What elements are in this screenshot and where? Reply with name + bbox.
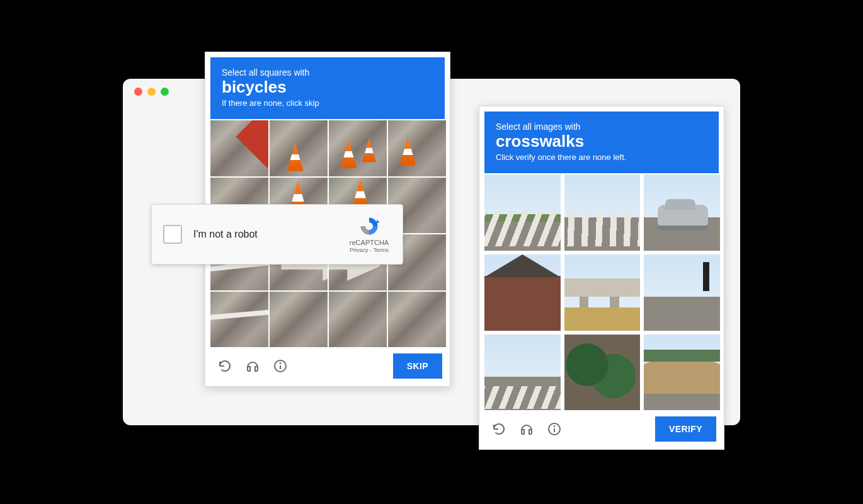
grid-tile[interactable] <box>210 120 268 176</box>
grid-tile[interactable] <box>388 292 446 348</box>
grid-tile[interactable] <box>564 335 641 411</box>
info-icon[interactable] <box>546 421 563 437</box>
recaptcha-label: I'm not a robot <box>193 229 333 240</box>
grid-tile[interactable] <box>484 175 561 251</box>
grid-tile[interactable] <box>270 120 328 176</box>
audio-icon[interactable] <box>518 421 535 437</box>
challenge-footer: VERIFY <box>484 410 719 444</box>
challenge-instruction-line2: If there are none, click skip <box>222 98 433 108</box>
grid-tile[interactable] <box>329 120 387 176</box>
challenge-footer: SKIP <box>210 347 445 381</box>
challenge-target-word: crosswalks <box>496 132 707 151</box>
grid-tile[interactable] <box>644 175 720 251</box>
recaptcha-anchor: I'm not a robot reCAPTCHA Privacy - Term… <box>151 204 403 265</box>
info-icon[interactable] <box>272 358 289 374</box>
window-minimize-button[interactable] <box>147 88 156 96</box>
grid-tile[interactable] <box>484 255 561 331</box>
grid-tile[interactable] <box>644 335 720 411</box>
reload-icon[interactable] <box>491 421 507 437</box>
svg-point-2 <box>280 363 281 364</box>
grid-tile[interactable] <box>388 120 446 176</box>
audio-icon[interactable] <box>244 358 261 374</box>
captcha-challenge-right: Select all images with crosswalks Click … <box>479 106 724 450</box>
challenge-instruction-line1: Select all images with <box>496 122 707 132</box>
grid-tile[interactable] <box>210 292 268 348</box>
challenge-image-grid <box>484 175 720 410</box>
recaptcha-checkbox[interactable] <box>163 225 182 244</box>
challenge-instruction-line2: Click verify once there are none left. <box>496 152 707 162</box>
recaptcha-brand-name: reCAPTCHA <box>345 239 394 248</box>
grid-tile[interactable] <box>484 335 561 411</box>
recaptcha-branding: reCAPTCHA Privacy - Terms <box>345 215 394 255</box>
challenge-instruction-line1: Select all squares with <box>222 67 433 77</box>
grid-tile[interactable] <box>644 255 720 331</box>
recaptcha-legal-links: Privacy - Terms <box>345 247 394 254</box>
challenge-header: Select all squares with bicycles If ther… <box>210 57 445 119</box>
recaptcha-logo-icon <box>358 215 380 238</box>
grid-tile[interactable] <box>270 292 328 348</box>
grid-tile[interactable] <box>329 292 387 348</box>
grid-tile[interactable] <box>564 255 641 331</box>
challenge-target-word: bicycles <box>222 77 433 97</box>
window-close-button[interactable] <box>134 88 142 96</box>
svg-marker-6 <box>377 219 380 223</box>
window-zoom-button[interactable] <box>161 88 169 96</box>
svg-point-5 <box>554 426 555 427</box>
challenge-header: Select all images with crosswalks Click … <box>484 112 719 173</box>
skip-button[interactable]: SKIP <box>393 353 442 379</box>
verify-button[interactable]: VERIFY <box>655 416 716 442</box>
privacy-link[interactable]: Privacy <box>350 247 369 253</box>
reload-icon[interactable] <box>217 358 233 374</box>
terms-link[interactable]: Terms <box>373 247 389 253</box>
grid-tile[interactable] <box>564 175 641 251</box>
